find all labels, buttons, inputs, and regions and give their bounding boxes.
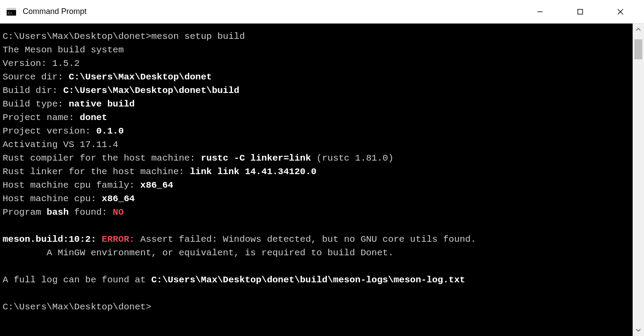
output-line: Version: 1.5.2 (3, 57, 630, 70)
log-path: C:\Users\Max\Desktop\donet\build\meson-l… (151, 275, 465, 285)
content-area: C:\Users\Max\Desktop\donet>meson setup b… (0, 24, 644, 336)
output-label: Project name: (3, 113, 80, 123)
titlebar: C:\ Command Prompt (0, 0, 644, 24)
prompt: C:\Users\Max\Desktop\donet> (3, 31, 151, 41)
output-label: A full log can be found at (3, 275, 151, 285)
scroll-thumb[interactable] (634, 39, 642, 59)
vertical-scrollbar[interactable] (633, 24, 644, 336)
error-message: Assert failed: Windows detected, but no … (135, 234, 476, 244)
output-line: The Meson build system (3, 43, 630, 57)
output-value: x86_64 (102, 194, 135, 204)
svg-text:C:\: C:\ (8, 11, 13, 15)
maximize-button[interactable] (560, 0, 600, 24)
output-label: Source dir: (3, 72, 69, 82)
output-label: Build type: (3, 99, 69, 109)
output-value: C:\Users\Max\Desktop\donet\build (63, 86, 239, 96)
output-label: Rust compiler for the host machine: (3, 153, 201, 163)
error-message: A MinGW environment, or equivalent, is r… (3, 246, 630, 260)
output-value: link link 14.41.34120.0 (190, 167, 316, 177)
window-controls (520, 0, 641, 24)
console-output[interactable]: C:\Users\Max\Desktop\donet>meson setup b… (0, 24, 633, 336)
command-text: meson setup build (151, 31, 245, 41)
program-result: NO (113, 207, 124, 217)
error-tag: ERROR: (102, 234, 135, 244)
output-label: found: (69, 207, 113, 217)
program-name: bash (47, 207, 69, 217)
output-value: rustc -C linker=link (201, 153, 311, 163)
output-label: Host machine cpu: (3, 194, 102, 204)
output-label: Project version: (3, 126, 96, 136)
output-value: 0.1.0 (96, 126, 124, 136)
output-value: C:\Users\Max\Desktop\donet (69, 72, 212, 82)
close-button[interactable] (600, 0, 641, 24)
minimize-button[interactable] (520, 0, 560, 24)
output-label: Host machine cpu family: (3, 180, 140, 190)
scroll-down-icon[interactable] (633, 325, 644, 336)
window-title: Command Prompt (23, 7, 520, 16)
prompt: C:\Users\Max\Desktop\donet> (3, 300, 630, 314)
output-value: native build (69, 99, 135, 109)
output-suffix: (rustc 1.81.0) (311, 153, 394, 163)
svg-rect-1 (7, 8, 16, 10)
output-label: Rust linker for the host machine: (3, 167, 190, 177)
cmd-icon: C:\ (6, 7, 17, 17)
scroll-up-icon[interactable] (633, 24, 644, 35)
output-value: donet (80, 113, 107, 123)
svg-rect-4 (578, 9, 583, 14)
output-line: Activating VS 17.11.4 (3, 138, 630, 151)
output-label: Program (3, 207, 47, 217)
output-label: Build dir: (3, 86, 63, 96)
output-value: x86_64 (140, 180, 173, 190)
error-location: meson.build:10:2: (3, 234, 102, 244)
